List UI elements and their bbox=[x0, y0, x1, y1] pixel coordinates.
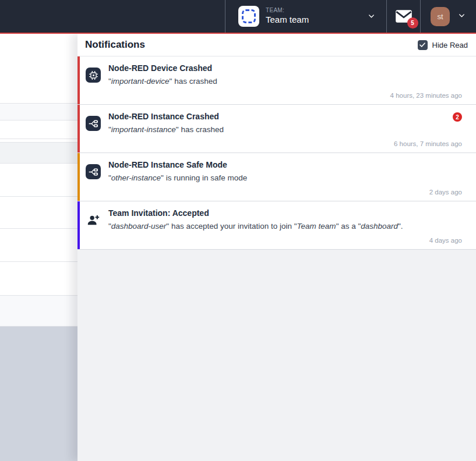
app-screen: TEAM: Team team 5 st bbox=[0, 0, 476, 461]
notifications-mail-button[interactable]: 5 bbox=[386, 0, 421, 33]
notification-icon-wrap bbox=[86, 68, 101, 99]
notification-item[interactable]: Node-RED Device Crashed "important-devic… bbox=[77, 56, 476, 105]
user-menu[interactable]: st bbox=[421, 0, 476, 33]
notification-timestamp: 2 days ago bbox=[108, 189, 462, 196]
notification-title: Node-RED Instance Crashed bbox=[108, 112, 219, 122]
instance-icon bbox=[86, 164, 101, 179]
check-icon bbox=[419, 41, 426, 48]
user-add-icon bbox=[86, 212, 101, 228]
instance-icon bbox=[86, 116, 101, 131]
avatar: st bbox=[431, 7, 450, 26]
notification-timestamp: 4 days ago bbox=[108, 237, 462, 244]
notification-content: Node-RED Device Crashed "important-devic… bbox=[108, 63, 462, 99]
notifications-drawer: Notifications Hide Read bbox=[77, 34, 476, 461]
alert-banner-edge bbox=[0, 33, 476, 34]
notification-count-badge: 2 bbox=[453, 112, 462, 122]
hide-read-toggle[interactable]: Hide Read bbox=[418, 40, 468, 50]
team-labels: TEAM: Team team bbox=[266, 7, 309, 26]
notification-body: "other-instance" is running in safe mode bbox=[108, 173, 462, 183]
mail-icon: 5 bbox=[395, 9, 412, 23]
notification-item[interactable]: Node-RED Instance Safe Mode "other-insta… bbox=[77, 153, 476, 201]
notification-item[interactable]: Team Invitation: Accepted "dashboard-use… bbox=[77, 201, 476, 250]
notification-content: Node-RED Instance Crashed 2 "important-i… bbox=[108, 112, 462, 147]
team-icon-glyph bbox=[242, 9, 256, 23]
chevron-down-icon bbox=[367, 12, 376, 22]
notification-icon-wrap bbox=[86, 116, 101, 147]
notification-title: Node-RED Device Crashed bbox=[108, 63, 212, 73]
notification-title: Team Invitation: Accepted bbox=[108, 208, 209, 218]
team-selector[interactable]: TEAM: Team team bbox=[225, 0, 386, 33]
hide-read-label: Hide Read bbox=[432, 41, 468, 49]
severity-accent-bar bbox=[77, 201, 80, 249]
notification-body: "important-instance" has crashed bbox=[108, 125, 462, 135]
team-kicker-label: TEAM: bbox=[266, 7, 309, 15]
hide-read-checkbox[interactable] bbox=[418, 40, 428, 50]
device-chip-icon bbox=[86, 68, 101, 83]
notification-item[interactable]: Node-RED Instance Crashed 2 "important-i… bbox=[77, 105, 476, 153]
chevron-down-icon bbox=[457, 11, 466, 22]
notification-timestamp: 4 hours, 23 minutes ago bbox=[108, 92, 462, 99]
notification-body: "dashboard-user" has accepted your invit… bbox=[108, 222, 462, 232]
notification-list: Node-RED Device Crashed "important-devic… bbox=[77, 56, 476, 250]
notification-icon-wrap bbox=[86, 164, 101, 196]
notification-content: Team Invitation: Accepted "dashboard-use… bbox=[108, 208, 462, 244]
notification-icon-wrap bbox=[86, 212, 101, 244]
notification-title: Node-RED Instance Safe Mode bbox=[108, 160, 227, 170]
notification-timestamp: 6 hours, 7 minutes ago bbox=[108, 140, 462, 147]
top-navbar: TEAM: Team team 5 st bbox=[0, 0, 476, 33]
unread-count-badge: 5 bbox=[407, 17, 418, 29]
notification-body: "important-device" has crashed bbox=[108, 77, 462, 87]
team-icon bbox=[238, 6, 259, 27]
drawer-title: Notifications bbox=[85, 39, 145, 51]
drawer-header: Notifications Hide Read bbox=[77, 34, 476, 56]
severity-accent-bar bbox=[77, 153, 80, 201]
team-name-label: Team team bbox=[266, 15, 309, 26]
severity-accent-bar bbox=[77, 105, 80, 153]
notification-content: Node-RED Instance Safe Mode "other-insta… bbox=[108, 160, 462, 196]
severity-accent-bar bbox=[77, 56, 80, 104]
